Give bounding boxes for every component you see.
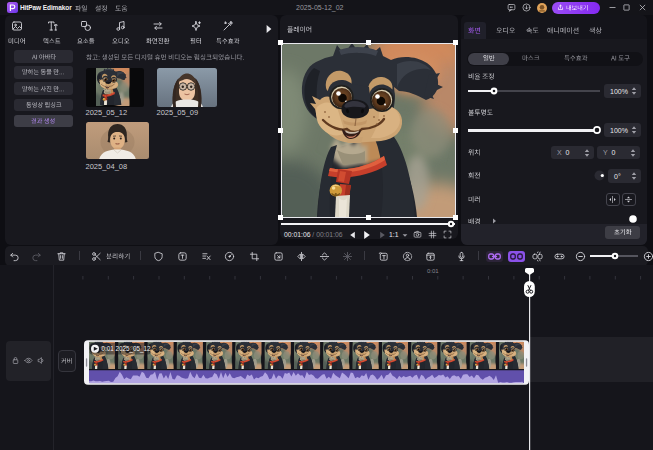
svg-text:0:01 2025_05_12: 0:01 2025_05_12 xyxy=(101,345,151,353)
